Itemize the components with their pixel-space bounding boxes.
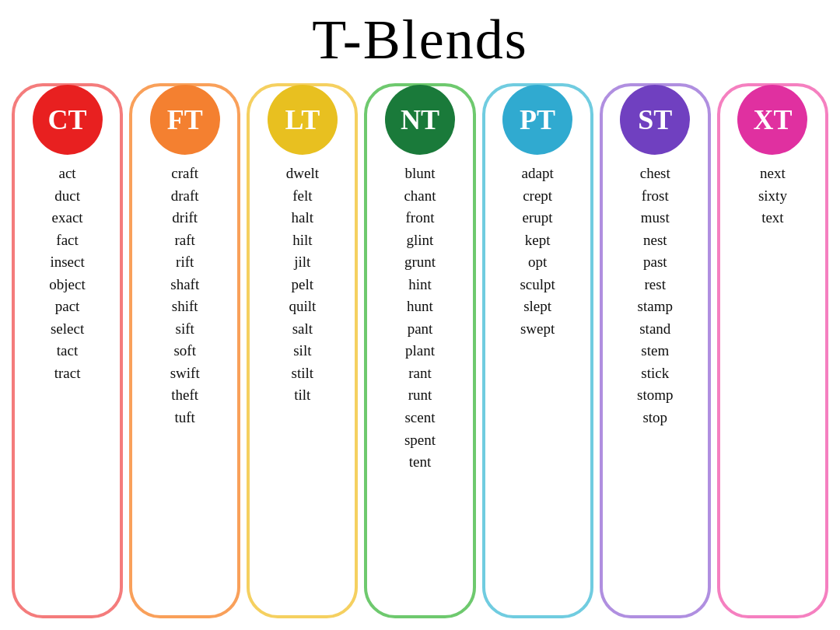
list-item: sift: [176, 318, 194, 340]
circle-label-ft: FT: [167, 103, 203, 136]
circle-label-pt: PT: [520, 103, 555, 136]
words-st: chestfrostmustnestpastreststampstandstem…: [637, 163, 673, 429]
list-item: select: [51, 318, 84, 340]
list-item: glint: [407, 229, 434, 251]
list-item: swept: [520, 318, 555, 340]
list-item: sixty: [758, 185, 787, 207]
list-item: tract: [54, 362, 81, 384]
list-item: exact: [52, 207, 83, 229]
column-ft: FTcraftdraftdriftraftriftshaftshiftsifts…: [129, 83, 240, 618]
list-item: tact: [57, 340, 78, 362]
list-item: stamp: [638, 296, 673, 317]
list-item: pant: [408, 318, 433, 340]
circle-ct: CT: [33, 85, 103, 155]
list-item: act: [58, 163, 75, 184]
column-lt: LTdweltfelthalthiltjiltpeltquiltsaltsilt…: [247, 83, 358, 618]
list-item: chest: [640, 163, 670, 184]
list-item: spent: [404, 429, 436, 451]
column-st: STchestfrostmustnestpastreststampstandst…: [600, 83, 711, 618]
list-item: raft: [175, 229, 195, 251]
list-item: pact: [55, 296, 80, 317]
page-title: T-Blends: [312, 8, 527, 72]
list-item: object: [49, 274, 85, 296]
words-lt: dweltfelthalthiltjiltpeltquiltsaltsiltst…: [286, 163, 319, 406]
list-item: draft: [171, 185, 199, 207]
list-item: chant: [404, 185, 436, 207]
list-item: hilt: [292, 229, 312, 251]
circle-label-ct: CT: [48, 103, 87, 136]
circle-label-nt: NT: [401, 103, 439, 136]
list-item: stilt: [292, 362, 314, 384]
list-item: slept: [523, 296, 551, 317]
circle-ft: FT: [150, 85, 220, 155]
circle-label-lt: LT: [285, 103, 320, 136]
list-item: nest: [643, 229, 667, 251]
circle-xt: XT: [737, 85, 807, 155]
list-item: text: [761, 207, 784, 229]
list-item: rest: [645, 274, 666, 296]
list-item: felt: [292, 185, 312, 207]
list-item: tent: [409, 451, 432, 473]
list-item: next: [760, 163, 786, 184]
list-item: crept: [523, 185, 552, 207]
list-item: kept: [525, 229, 551, 251]
list-item: pelt: [292, 274, 314, 296]
list-item: quilt: [289, 296, 316, 317]
circle-label-st: ST: [638, 103, 672, 136]
list-item: tilt: [294, 384, 310, 406]
list-item: must: [641, 207, 670, 229]
words-pt: adaptcrepteruptkeptoptsculptsleptswept: [520, 163, 555, 339]
list-item: hint: [408, 274, 432, 296]
column-xt: XTnextsixtytext: [717, 83, 828, 618]
list-item: frost: [642, 185, 669, 207]
list-item: theft: [171, 384, 198, 406]
list-item: tuft: [175, 407, 195, 429]
list-item: sculpt: [520, 274, 555, 296]
circle-lt: LT: [268, 85, 338, 155]
list-item: silt: [293, 340, 311, 362]
list-item: blunt: [404, 163, 435, 184]
column-nt: NTbluntchantfrontglintgrunthinthuntpantp…: [364, 83, 475, 618]
list-item: stick: [641, 362, 669, 384]
list-item: stop: [642, 407, 667, 429]
list-item: fact: [56, 229, 78, 251]
list-item: stomp: [637, 384, 673, 406]
list-item: rift: [176, 251, 194, 273]
list-item: salt: [292, 318, 313, 340]
list-item: scent: [404, 407, 435, 429]
list-item: rant: [408, 362, 432, 384]
circle-nt: NT: [385, 85, 455, 155]
list-item: erupt: [523, 207, 553, 229]
list-item: plant: [405, 340, 435, 362]
list-item: craft: [171, 163, 198, 184]
list-item: swift: [170, 362, 200, 384]
list-item: front: [406, 207, 435, 229]
list-item: dwelt: [286, 163, 319, 184]
list-item: shift: [172, 296, 198, 317]
list-item: jilt: [294, 251, 310, 273]
list-item: past: [643, 251, 667, 273]
list-item: stand: [639, 318, 670, 340]
list-item: opt: [528, 251, 547, 273]
circle-label-xt: XT: [753, 103, 792, 136]
list-item: soft: [173, 340, 196, 362]
words-ft: craftdraftdriftraftriftshaftshiftsiftsof…: [170, 163, 200, 429]
words-nt: bluntchantfrontglintgrunthinthuntpantpla…: [404, 163, 436, 473]
list-item: shaft: [170, 274, 199, 296]
list-item: insect: [50, 251, 84, 273]
list-item: stem: [641, 340, 669, 362]
columns-container: CTactductexactfactinsectobjectpactselect…: [12, 83, 828, 618]
column-ct: CTactductexactfactinsectobjectpactselect…: [12, 83, 123, 618]
circle-st: ST: [620, 85, 690, 155]
list-item: halt: [292, 207, 314, 229]
words-xt: nextsixtytext: [758, 163, 787, 229]
list-item: duct: [54, 185, 80, 207]
page: T-Blends CTactductexactfactinsectobjectp…: [0, 0, 840, 630]
list-item: adapt: [522, 163, 554, 184]
list-item: runt: [408, 384, 432, 406]
list-item: grunt: [404, 251, 436, 273]
list-item: hunt: [407, 296, 433, 317]
list-item: drift: [172, 207, 198, 229]
words-ct: actductexactfactinsectobjectpactselectta…: [49, 163, 85, 383]
column-pt: PTadaptcrepteruptkeptoptsculptsleptswept: [482, 83, 593, 618]
